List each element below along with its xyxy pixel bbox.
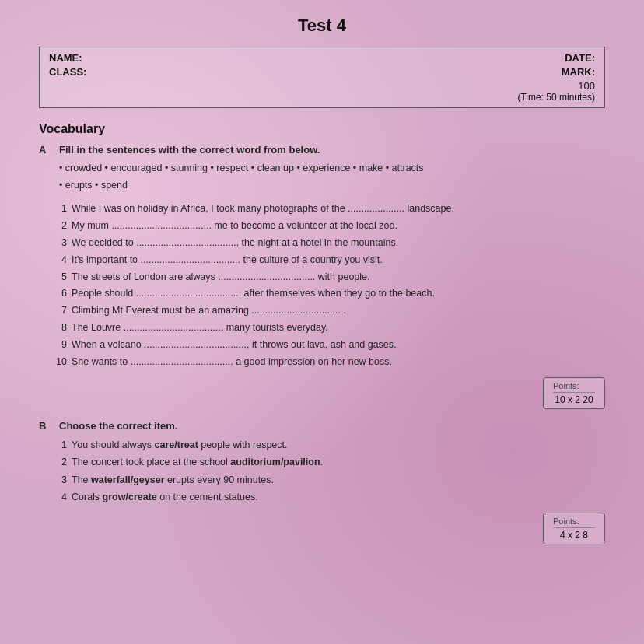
sentence-number: 9	[50, 337, 67, 354]
item-text: Corals grow/create on the cement statues…	[72, 488, 258, 506]
points-label-a: Points:	[553, 381, 595, 390]
sentence-row: 4It's important to .....................…	[50, 252, 605, 269]
item-number: 2	[50, 453, 67, 471]
section-title: Vocabulary	[39, 122, 605, 136]
points-formula-b: 4 x 2 8	[553, 527, 595, 541]
sentence-number: 3	[50, 235, 67, 252]
page-title: Test 4	[39, 16, 605, 36]
item-bold: auditorium/pavilion	[230, 457, 320, 467]
item-bold: care/treat	[155, 439, 198, 450]
sentence-text: The streets of London are always .......…	[72, 269, 370, 286]
sentence-number: 4	[50, 252, 67, 269]
item-bold: waterfall/geyser	[91, 474, 165, 485]
sentence-list: 1While I was on holiday in Africa, I too…	[50, 201, 605, 371]
sentence-text: My mum .................................…	[72, 218, 397, 235]
points-label-b: Points:	[553, 516, 595, 526]
word-bank: • crowded • encouraged • stunning • resp…	[59, 160, 605, 193]
section-b-item: 4Corals grow/create on the cement statue…	[50, 488, 605, 506]
sentence-row: 1While I was on holiday in Africa, I too…	[50, 201, 605, 218]
sentence-text: She wants to ...........................…	[72, 354, 392, 371]
sentence-number: 8	[50, 320, 67, 337]
item-number: 4	[50, 488, 67, 506]
date-label: DATE:	[565, 52, 595, 64]
sentence-row: 9When a volcano ........................…	[50, 337, 605, 354]
sentence-text: People should ..........................…	[72, 285, 435, 303]
sentence-number: 5	[50, 269, 67, 286]
mark-label: MARK:	[562, 66, 595, 78]
time-value: (Time: 50 minutes)	[49, 92, 595, 103]
section-b-item: 2The concert took place at the school au…	[50, 453, 605, 471]
item-number: 3	[50, 471, 67, 489]
sentence-text: While I was on holiday in Africa, I took…	[72, 201, 454, 218]
sentence-text: When a volcano .........................…	[72, 337, 397, 354]
section-a: A Fill in the sentences with the correct…	[39, 144, 605, 409]
sentence-number: 7	[50, 303, 67, 320]
section-b: B Choose the correct item. 1You should a…	[39, 420, 605, 544]
sentence-row: 8The Louvre ............................…	[50, 320, 605, 337]
sentence-number: 6	[50, 285, 67, 303]
section-b-item: 1You should always care/treat people wit…	[50, 436, 605, 454]
sentence-number: 2	[50, 218, 67, 235]
section-b-letter: B	[39, 420, 51, 432]
section-b-item: 3The waterfall/geyser erupts every 90 mi…	[50, 471, 605, 489]
section-b-list: 1You should always care/treat people wit…	[50, 436, 605, 506]
sentence-number: 10	[50, 354, 67, 371]
points-box-a: Points: 10 x 2 20	[39, 377, 605, 409]
section-a-letter: A	[39, 144, 51, 156]
word-bank-line-2: • erupts • spend	[59, 177, 605, 193]
sentence-row: 6People should .........................…	[50, 285, 605, 303]
item-bold: grow/create	[103, 492, 157, 502]
sentence-row: 5The streets of London are always ......…	[50, 269, 605, 286]
item-text: The concert took place at the school aud…	[72, 453, 323, 471]
sentence-row: 3We decided to .........................…	[50, 235, 605, 252]
sentence-row: 7Climbing Mt Everest must be an amazing …	[50, 303, 605, 320]
name-label: NAME:	[49, 52, 82, 64]
points-formula-a: 10 x 2 20	[553, 392, 595, 405]
sentence-text: Climbing Mt Everest must be an amazing .…	[72, 303, 346, 320]
sentence-row: 10She wants to .........................…	[50, 354, 605, 371]
sentence-row: 2My mum ................................…	[50, 218, 605, 235]
points-box-b: Points: 4 x 2 8	[39, 513, 605, 544]
item-text: You should always care/treat people with…	[72, 436, 288, 454]
header-box: NAME: DATE: CLASS: MARK: 100 (Time: 50 m…	[39, 47, 605, 108]
score-value: 100	[578, 80, 595, 92]
class-label: CLASS:	[49, 66, 86, 78]
section-a-instruction: Fill in the sentences with the correct w…	[59, 144, 320, 156]
word-bank-line-1: • crowded • encouraged • stunning • resp…	[59, 160, 605, 176]
sentence-text: It's important to ......................…	[72, 252, 383, 269]
sentence-text: We decided to ..........................…	[72, 235, 398, 252]
sentence-text: The Louvre .............................…	[72, 320, 328, 337]
item-text: The waterfall/geyser erupts every 90 min…	[72, 471, 274, 489]
section-b-instruction: Choose the correct item.	[59, 420, 177, 432]
item-number: 1	[50, 436, 67, 454]
sentence-number: 1	[50, 201, 67, 218]
